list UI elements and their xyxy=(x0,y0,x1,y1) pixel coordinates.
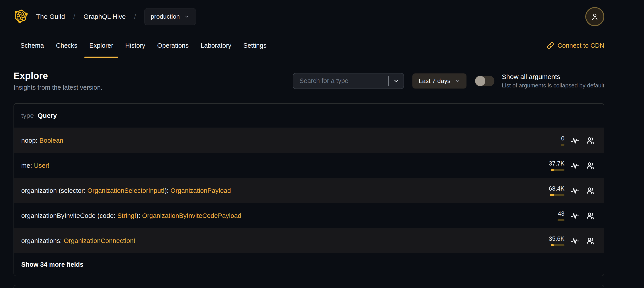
type-link[interactable]: String! xyxy=(118,212,136,219)
field-row: organization (selector: OrganizationSele… xyxy=(14,178,604,203)
field-usage-count: 43 xyxy=(558,210,564,217)
field-clients-button[interactable] xyxy=(585,161,596,171)
users-icon xyxy=(586,212,594,220)
field-activity-button[interactable] xyxy=(570,186,580,196)
explorer-page: Explore Insights from the latest version… xyxy=(14,71,604,288)
field-metrics: 43 xyxy=(542,210,596,221)
connect-to-cdn-link[interactable]: Connect to CDN xyxy=(547,33,604,58)
users-icon xyxy=(586,136,594,145)
field-text: ): xyxy=(165,187,170,194)
field-text: organizationByInviteCode (code: xyxy=(21,212,118,219)
breadcrumb-separator: / xyxy=(134,13,136,20)
field-list: noop: Boolean 0 me: User! xyxy=(14,128,604,253)
field-signature: organizationByInviteCode (code: String!)… xyxy=(21,212,542,219)
field-clients-button[interactable] xyxy=(585,211,596,221)
field-metrics: 35.6K xyxy=(542,235,596,246)
page-subtitle: Insights from the latest version. xyxy=(14,84,102,91)
field-activity-button[interactable] xyxy=(570,236,580,246)
tab-label: Checks xyxy=(56,42,77,49)
type-link[interactable]: User! xyxy=(34,162,50,169)
breadcrumb: The Guild / GraphQL Hive / production xyxy=(36,8,196,25)
tab-label: Operations xyxy=(157,42,188,49)
target-selector-value: production xyxy=(151,13,180,20)
field-usage-stat: 43 xyxy=(542,210,564,221)
field-usage-bar-fill xyxy=(551,244,554,246)
tab-label: Explorer xyxy=(89,42,113,49)
field-row: organizationByInviteCode (code: String!)… xyxy=(14,203,604,228)
user-icon xyxy=(590,13,599,21)
type-link[interactable]: OrganizationSelectorInput! xyxy=(87,187,165,194)
tab-label: Laboratory xyxy=(200,42,231,49)
type-link[interactable]: OrganizationPayload xyxy=(170,187,231,194)
toggle-labels: Show all arguments List of arguments is … xyxy=(502,73,604,89)
pulse-icon xyxy=(571,212,579,220)
type-search-dropdown-button[interactable] xyxy=(389,74,404,89)
tab-explorer[interactable]: Explorer xyxy=(83,33,119,58)
field-usage-bar-fill xyxy=(550,194,554,196)
show-arguments-toggle[interactable] xyxy=(475,76,494,86)
app-header: The Guild / GraphQL Hive / production xyxy=(14,0,604,33)
type-link[interactable]: Boolean xyxy=(40,137,64,144)
field-signature: organizations: OrganizationConnection! xyxy=(21,237,542,244)
user-menu-button[interactable] xyxy=(585,7,604,26)
field-usage-stat: 0 xyxy=(542,135,564,146)
show-more-fields-button[interactable]: Show 34 more fields xyxy=(14,253,604,276)
tab-bar: Schema Checks Explorer History Operation… xyxy=(0,33,644,58)
field-signature: noop: Boolean xyxy=(21,137,542,144)
field-usage-count: 0 xyxy=(561,135,564,142)
period-selector[interactable]: Last 7 days xyxy=(412,74,466,89)
field-text: me: xyxy=(21,162,34,169)
type-search-input[interactable] xyxy=(293,77,388,85)
field-metrics: 0 xyxy=(542,135,596,146)
type-card-header: type Query xyxy=(14,104,604,128)
field-row: noop: Boolean 0 xyxy=(14,128,604,153)
tab-operations[interactable]: Operations xyxy=(151,33,194,58)
field-activity-button[interactable] xyxy=(570,136,580,146)
tab-checks[interactable]: Checks xyxy=(50,33,83,58)
type-kind-label: type xyxy=(21,112,34,119)
hive-logo-icon xyxy=(14,9,28,25)
tab-history[interactable]: History xyxy=(119,33,151,58)
field-row: me: User! 37.7K xyxy=(14,153,604,178)
chevron-down-icon xyxy=(393,78,399,84)
field-metrics: 37.7K xyxy=(542,160,596,171)
hive-logo[interactable] xyxy=(14,9,28,25)
tab-label: Schema xyxy=(20,42,44,49)
field-text: organizations: xyxy=(21,237,64,244)
next-type-card-stub xyxy=(14,285,604,288)
field-clients-button[interactable] xyxy=(585,136,596,146)
field-activity-button[interactable] xyxy=(570,211,580,221)
type-link[interactable]: OrganizationByInviteCodePayload xyxy=(142,212,241,219)
chevron-down-icon xyxy=(184,14,190,19)
field-usage-count: 35.6K xyxy=(549,235,564,242)
users-icon xyxy=(586,237,594,245)
field-usage-bar xyxy=(558,219,564,221)
tab-schema[interactable]: Schema xyxy=(14,33,50,58)
type-search-combobox xyxy=(293,73,404,89)
field-activity-button[interactable] xyxy=(570,161,580,171)
field-usage-count: 37.7K xyxy=(549,160,564,167)
pulse-icon xyxy=(571,187,579,195)
type-name: Query xyxy=(38,112,57,119)
toggle-knob xyxy=(475,76,485,86)
field-text: noop: xyxy=(21,137,40,144)
tab-settings[interactable]: Settings xyxy=(237,33,272,58)
link-icon xyxy=(547,42,554,49)
field-clients-button[interactable] xyxy=(585,236,596,246)
field-usage-stat: 35.6K xyxy=(542,235,564,246)
users-icon xyxy=(586,162,594,170)
period-selector-value: Last 7 days xyxy=(418,77,450,85)
type-link[interactable]: OrganizationConnection! xyxy=(64,237,136,244)
field-usage-stat: 37.7K xyxy=(542,160,564,171)
breadcrumb-organization[interactable]: The Guild xyxy=(36,13,65,21)
field-text: ): xyxy=(136,212,142,219)
field-usage-bar xyxy=(551,244,564,246)
tab-laboratory[interactable]: Laboratory xyxy=(194,33,237,58)
breadcrumb-project[interactable]: GraphQL Hive xyxy=(84,13,126,21)
explorer-controls: Last 7 days Show all arguments List of a… xyxy=(293,73,604,89)
tab-list: Schema Checks Explorer History Operation… xyxy=(14,33,272,58)
toggle-label: Show all arguments xyxy=(502,73,604,81)
target-selector[interactable]: production xyxy=(144,8,196,25)
field-clients-button[interactable] xyxy=(585,186,596,196)
type-card: type Query noop: Boolean 0 xyxy=(14,103,604,276)
